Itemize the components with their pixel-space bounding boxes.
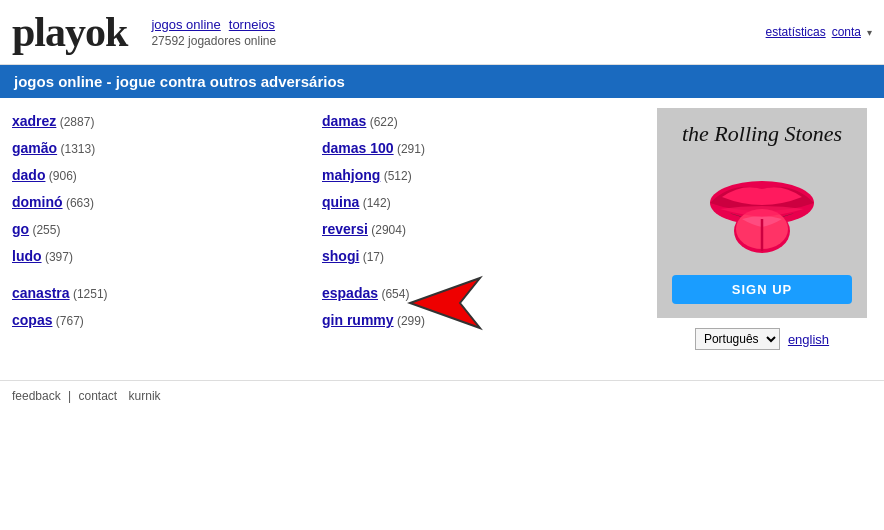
game-link-dominó[interactable]: dominó — [12, 194, 63, 210]
game-link-xadrez[interactable]: xadrez — [12, 113, 56, 129]
conta-link[interactable]: conta — [832, 25, 861, 39]
conta-dropdown-icon[interactable]: ▾ — [867, 27, 872, 38]
game-count: (142) — [359, 196, 390, 210]
games-column-1: xadrez (2887)gamão (1313)dado (906)domin… — [12, 108, 322, 350]
game-count: (397) — [42, 250, 73, 264]
ad-area: the Rolling Stones — [652, 108, 872, 350]
jogos-online-link[interactable]: jogos online — [151, 17, 220, 32]
list-item: ludo (397) — [12, 243, 322, 270]
game-link-canastra[interactable]: canastra — [12, 285, 70, 301]
torneios-link[interactable]: torneios — [229, 17, 275, 32]
game-link-copas[interactable]: copas — [12, 312, 52, 328]
game-link-gin-rummy[interactable]: gin rummy — [322, 312, 394, 328]
banner: jogos online - jogue contra outros adver… — [0, 65, 884, 98]
list-item: espadas (654) — [322, 280, 632, 307]
header-right: estatísticas conta ▾ — [766, 25, 872, 39]
game-count: (255) — [29, 223, 60, 237]
list-item — [322, 270, 632, 280]
game-link-quina[interactable]: quina — [322, 194, 359, 210]
header-nav: jogos online torneios 27592 jogadores on… — [151, 17, 276, 48]
game-count: (906) — [45, 169, 76, 183]
contact-link[interactable]: contact — [79, 389, 118, 403]
list-item — [12, 270, 322, 280]
game-link-ludo[interactable]: ludo — [12, 248, 42, 264]
list-item: gamão (1313) — [12, 135, 322, 162]
list-item: quina (142) — [322, 189, 632, 216]
english-link[interactable]: english — [788, 332, 829, 347]
game-count: (663) — [63, 196, 94, 210]
game-count: (291) — [394, 142, 425, 156]
signup-button[interactable]: SIGN UP — [672, 275, 852, 304]
language-select[interactable]: Português English — [695, 328, 780, 350]
list-item: canastra (1251) — [12, 280, 322, 307]
game-count: (654) — [378, 287, 409, 301]
game-link-mahjong[interactable]: mahjong — [322, 167, 380, 183]
game-link-damas[interactable]: damas — [322, 113, 366, 129]
list-item: copas (767) — [12, 307, 322, 334]
band-name: the Rolling Stones — [682, 122, 842, 146]
ad-box: the Rolling Stones — [657, 108, 867, 318]
game-count: (1251) — [70, 287, 108, 301]
estatisticas-link[interactable]: estatísticas — [766, 25, 826, 39]
list-item: shogi (17) — [322, 243, 632, 270]
games-column-2: damas (622)damas 100 (291)mahjong (512)q… — [322, 108, 632, 350]
logo[interactable]: playok — [12, 8, 127, 56]
list-item: reversi (2904) — [322, 216, 632, 243]
header-nav-links: jogos online torneios — [151, 17, 276, 32]
list-item: dado (906) — [12, 162, 322, 189]
list-item: dominó (663) — [12, 189, 322, 216]
list-item: mahjong (512) — [322, 162, 632, 189]
language-selector: Português English english — [695, 328, 829, 350]
games-list: xadrez (2887)gamão (1313)dado (906)domin… — [12, 108, 632, 350]
game-count: (1313) — [57, 142, 95, 156]
list-item: gin rummy (299) — [322, 307, 632, 334]
kurnik-link[interactable]: kurnik — [129, 389, 161, 403]
game-link-damas-100[interactable]: damas 100 — [322, 140, 394, 156]
game-link-shogi[interactable]: shogi — [322, 248, 359, 264]
game-count: (2904) — [368, 223, 406, 237]
lips-image — [702, 146, 822, 275]
feedback-link[interactable]: feedback — [12, 389, 61, 403]
game-count: (2887) — [56, 115, 94, 129]
list-item: damas 100 (291) — [322, 135, 632, 162]
game-count: (299) — [394, 314, 425, 328]
game-count: (512) — [380, 169, 411, 183]
game-count: (622) — [366, 115, 397, 129]
game-count: (17) — [359, 250, 384, 264]
game-link-go[interactable]: go — [12, 221, 29, 237]
game-link-dado[interactable]: dado — [12, 167, 45, 183]
game-link-espadas[interactable]: espadas — [322, 285, 378, 301]
list-item: xadrez (2887) — [12, 108, 322, 135]
online-count: 27592 jogadores online — [151, 34, 276, 48]
footer: feedback | contact kurnik — [0, 380, 884, 411]
game-link-reversi[interactable]: reversi — [322, 221, 368, 237]
list-item: go (255) — [12, 216, 322, 243]
game-link-gamão[interactable]: gamão — [12, 140, 57, 156]
main-content: xadrez (2887)gamão (1313)dado (906)domin… — [0, 98, 884, 360]
banner-text: jogos online - jogue contra outros adver… — [14, 73, 345, 90]
game-count: (767) — [52, 314, 83, 328]
header: playok jogos online torneios 27592 jogad… — [0, 0, 884, 65]
separator-1: | — [68, 389, 74, 403]
list-item: damas (622) — [322, 108, 632, 135]
